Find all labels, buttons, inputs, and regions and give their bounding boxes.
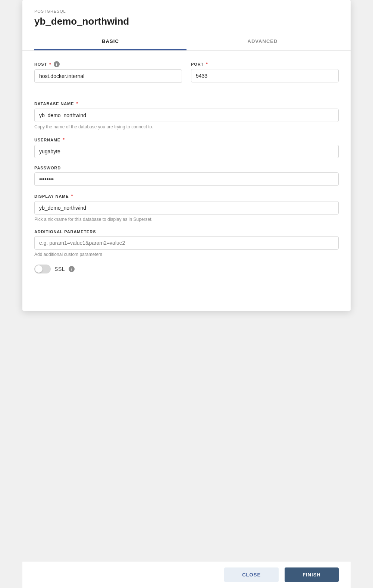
tab-basic[interactable]: BASIC (34, 33, 186, 50)
modal-header: POSTGRESQL yb_demo_northwind BASIC ADVAN… (22, 0, 351, 51)
ssl-toggle-knob (35, 265, 43, 273)
modal-container: POSTGRESQL yb_demo_northwind BASIC ADVAN… (22, 0, 351, 311)
host-input[interactable] (34, 69, 182, 83)
password-label: PASSWORD (34, 166, 339, 170)
port-required: * (206, 61, 208, 67)
username-required: * (63, 137, 65, 143)
tab-advanced[interactable]: ADVANCED (186, 33, 339, 50)
port-group: PORT * (191, 61, 339, 83)
host-required: * (49, 62, 51, 67)
database-name-group: DATABASE NAME * Copy the name of the dat… (34, 101, 339, 129)
database-name-required: * (76, 101, 78, 106)
port-label: PORT * (191, 61, 339, 67)
additional-params-hint: Add additional custom parameters (34, 252, 339, 257)
username-input[interactable] (34, 145, 339, 158)
display-name-input[interactable] (34, 201, 339, 215)
host-port-row: HOST * i PORT * (34, 61, 339, 90)
additional-params-group: ADDITIONAL PARAMETERS Add additional cus… (34, 229, 339, 257)
tabs: BASIC ADVANCED (34, 33, 339, 50)
display-name-group: DISPLAY NAME * Pick a nickname for this … (34, 193, 339, 222)
password-input[interactable] (34, 172, 339, 186)
password-group: PASSWORD (34, 166, 339, 186)
modal-body: HOST * i PORT * DATABASE NAME * Cop (22, 51, 351, 311)
display-name-required: * (71, 193, 73, 199)
additional-params-input[interactable] (34, 236, 339, 250)
database-name-label: DATABASE NAME * (34, 101, 339, 106)
ssl-toggle[interactable] (34, 265, 51, 273)
ssl-info-icon[interactable]: i (69, 266, 75, 272)
database-name-hint: Copy the name of the database you are tr… (34, 124, 339, 129)
display-name-label: DISPLAY NAME * (34, 193, 339, 199)
db-title: yb_demo_northwind (34, 16, 339, 27)
db-type-label: POSTGRESQL (34, 9, 339, 13)
host-group: HOST * i (34, 61, 182, 83)
host-label: HOST * i (34, 61, 182, 67)
port-input[interactable] (191, 69, 339, 82)
display-name-hint: Pick a nickname for this database to dis… (34, 217, 339, 222)
ssl-row: SSL i (34, 265, 339, 273)
host-info-icon[interactable]: i (54, 61, 60, 67)
username-label: USERNAME * (34, 137, 339, 143)
additional-params-label: ADDITIONAL PARAMETERS (34, 229, 339, 234)
username-group: USERNAME * (34, 137, 339, 158)
database-name-input[interactable] (34, 109, 339, 122)
ssl-label: SSL (54, 266, 65, 272)
